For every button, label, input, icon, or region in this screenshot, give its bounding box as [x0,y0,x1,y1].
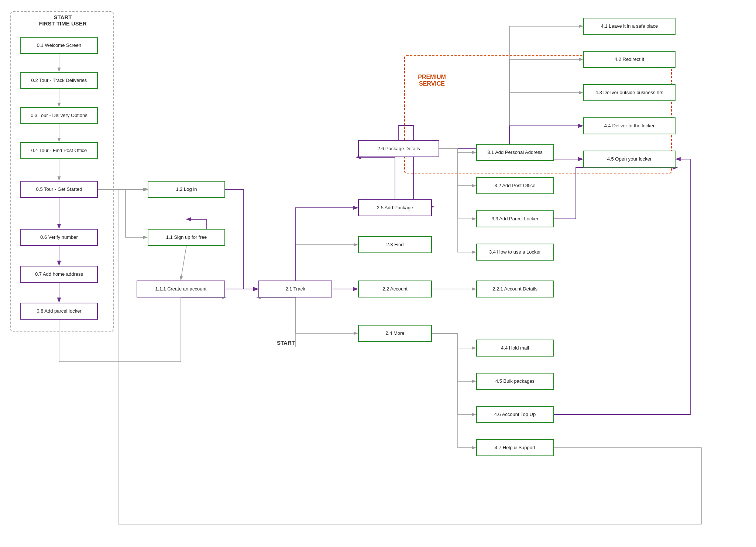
node-4-3: 4.3 Deliver outside business hrs [583,84,676,101]
node-4-5-bulk: 4.5 Bulk packages [476,373,554,390]
node-3-3: 3.3 Add Parcel Locker [476,210,554,227]
node-2-4: 2.4 More [358,325,432,342]
node-1-2: 1.2 Log in [148,181,225,198]
node-2-6: 2.6 Package Details [358,140,439,157]
start-label-bottom: START [277,340,295,346]
node-2-2-1: 2.2.1 Account Details [476,281,554,297]
node-4-1: 4.1 Leave it in a safe place [583,18,676,35]
node-2-5: 2.5 Add Package [358,199,432,216]
node-4-2: 4.2 Redirect it [583,51,676,68]
node-0-2: 0.2 Tour - Track Deliveries [20,72,98,89]
node-0-5: 0.5 Tour - Get Started [20,181,98,198]
node-4-7: 4.7 Help & Support [476,439,554,456]
node-4-6: 4.6 Account Top Up [476,406,554,423]
node-0-7: 0.7 Add home address [20,266,98,283]
node-3-2: 3.2 Add Post Office [476,177,554,194]
node-0-6: 0.6 Verify number [20,229,98,246]
svg-line-7 [181,246,186,279]
node-3-1: 3.1 Add Personal Address [476,144,554,161]
node-0-4: 0.4 Tour - Find Post Office [20,142,98,159]
node-0-8: 0.8 Add parcel locker [20,303,98,320]
premium-service-label: PREMIUMSERVICE [408,74,456,87]
node-1-1-1: 1.1.1 Create an account [137,281,225,297]
node-0-3: 0.3 Tour - Delivery Options [20,107,98,124]
node-1-1: 1.1 Sign up for free [148,229,225,246]
node-2-1: 2.1 Track [258,281,332,297]
node-4-4-hold: 4.4 Hold mail [476,340,554,357]
node-2-2: 2.2 Account [358,281,432,297]
diagram-container: STARTFIRST TIME USER PREMIUMSERVICE STAR… [0,0,756,547]
node-4-5: 4.5 Open your locker [583,151,676,168]
start-first-time-user-label: STARTFIRST TIME USER [22,14,103,27]
first-time-user-box [10,11,114,332]
node-4-4: 4.4 Deliver to the locker [583,117,676,134]
node-2-3: 2.3 Find [358,236,432,253]
node-0-1: 0.1 Welcome Screen [20,37,98,54]
node-3-4: 3.4 How to use a Locker [476,244,554,261]
